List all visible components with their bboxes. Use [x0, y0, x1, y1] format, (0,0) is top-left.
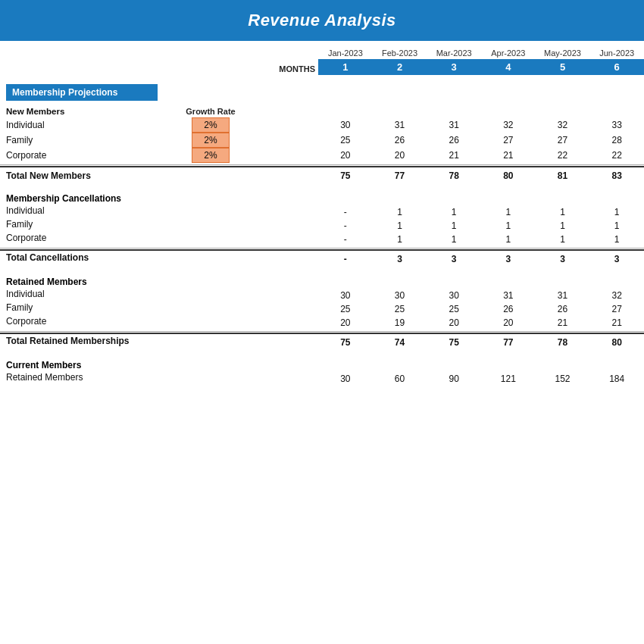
month-name-5: May-2023 — [536, 48, 590, 58]
growth-rate-label: Growth Rate — [173, 107, 249, 116]
retained-ind-m2: 30 — [373, 289, 427, 302]
individual-new-m3: 31 — [427, 118, 481, 132]
family-growth-badge: 2% — [192, 133, 230, 148]
retained-fam-m5: 26 — [536, 302, 590, 316]
retained-fam-m4: 26 — [481, 302, 536, 316]
retained-ind-m4: 31 — [481, 289, 536, 302]
total-new-m1: 75 — [318, 169, 373, 183]
corporate-new-m4: 21 — [481, 148, 536, 162]
months-header: Jan-2023 1 Feb-2023 2 Mar-2023 3 Apr-202… — [318, 48, 644, 75]
family-new-m2: 26 — [373, 133, 427, 147]
month-name-3: Mar-2023 — [427, 48, 481, 58]
corporate-new-m1: 20 — [318, 148, 373, 162]
retained-corp-m1: 20 — [318, 316, 373, 330]
individual-new-m5: 32 — [536, 118, 590, 132]
cancel-corporate-label: Corporate — [6, 231, 46, 245]
total-new-m4: 80 — [481, 169, 536, 183]
cancel-ind-m5: 1 — [536, 205, 590, 219]
total-cancellations-label: Total Cancellations — [6, 251, 89, 264]
retained-corp-m3: 20 — [427, 316, 481, 330]
new-members-label: New Members — [6, 105, 173, 117]
individual-new-m6: 33 — [589, 118, 644, 132]
total-cancel-m3: 3 — [427, 252, 481, 266]
retained-fam-m3: 25 — [427, 302, 481, 316]
retained-ind-m1: 30 — [318, 289, 373, 302]
family-growth-cell: 2% — [173, 133, 249, 148]
current-retained-m5: 152 — [536, 372, 590, 386]
total-new-m5: 81 — [536, 169, 590, 183]
month-col-3: Mar-2023 3 — [427, 48, 481, 75]
current-retained-m2: 60 — [373, 372, 427, 386]
cancel-corp-m3: 1 — [427, 233, 481, 246]
individual-growth-badge: 2% — [192, 117, 230, 133]
retained-ind-m6: 32 — [589, 289, 644, 302]
individual-new-m2: 31 — [373, 118, 427, 132]
total-cancel-m6: 3 — [589, 252, 644, 266]
total-new-m6: 83 — [589, 169, 644, 183]
retained-ind-m5: 31 — [536, 289, 590, 302]
cancel-individual-label: Individual — [6, 204, 45, 217]
cancel-ind-m2: 1 — [373, 205, 427, 219]
current-retained-m3: 90 — [427, 372, 481, 386]
cancel-fam-m4: 1 — [481, 219, 536, 233]
total-new-m3: 78 — [427, 169, 481, 183]
month-num-4: 4 — [505, 61, 511, 73]
total-retained-m6: 80 — [589, 336, 644, 349]
month-name-1: Jan-2023 — [318, 48, 373, 58]
retained-corporate-label: Corporate — [6, 314, 46, 328]
cancel-corp-m1: - — [318, 233, 373, 246]
month-name-2: Feb-2023 — [373, 48, 427, 58]
retained-corp-m5: 21 — [536, 316, 590, 330]
month-num-1: 1 — [342, 61, 348, 73]
cancel-fam-m2: 1 — [373, 219, 427, 233]
total-cancel-m5: 3 — [536, 252, 590, 266]
family-label-new: Family — [6, 133, 173, 147]
total-cancel-m1: - — [318, 252, 373, 266]
corporate-new-m5: 22 — [536, 148, 590, 162]
total-retained-m5: 78 — [536, 336, 590, 349]
retained-fam-m6: 27 — [589, 302, 644, 316]
individual-growth-cell: 2% — [173, 117, 249, 133]
cancel-fam-m3: 1 — [427, 219, 481, 233]
corporate-growth-cell: 2% — [173, 148, 249, 163]
total-new-m2: 77 — [373, 169, 427, 183]
title-bar: Revenue Analysis — [0, 0, 644, 41]
cancel-fam-m6: 1 — [589, 219, 644, 233]
total-retained-m4: 77 — [481, 336, 536, 349]
current-retained-label: Retained Members — [6, 370, 83, 384]
cancel-corp-m6: 1 — [589, 233, 644, 246]
family-new-m1: 25 — [318, 133, 373, 147]
total-cancel-m2: 3 — [373, 252, 427, 266]
retained-corp-m4: 20 — [481, 316, 536, 330]
cancel-fam-m1: - — [318, 219, 373, 233]
total-new-members-label: Total New Members — [6, 169, 173, 183]
corporate-new-m3: 21 — [427, 148, 481, 162]
membership-projections-header: Membership Projections — [6, 84, 158, 101]
month-num-5: 5 — [560, 61, 565, 73]
individual-new-m4: 32 — [481, 118, 536, 132]
current-retained-m1: 30 — [318, 372, 373, 386]
cancel-corp-m2: 1 — [373, 233, 427, 246]
page-container: Revenue Analysis MONTHS Jan-2023 1 Feb-2… — [0, 0, 644, 386]
page-title: Revenue Analysis — [0, 11, 644, 30]
cancel-ind-m4: 1 — [481, 205, 536, 219]
month-col-6: Jun-2023 6 — [589, 48, 644, 75]
cancel-corp-m4: 1 — [481, 233, 536, 246]
month-col-5: May-2023 5 — [536, 48, 590, 75]
month-name-4: Apr-2023 — [481, 48, 536, 58]
month-num-3: 3 — [452, 61, 457, 73]
retained-individual-label: Individual — [6, 287, 45, 301]
current-retained-m4: 121 — [481, 372, 536, 386]
family-new-m5: 27 — [536, 133, 590, 147]
month-col-4: Apr-2023 4 — [481, 48, 536, 75]
retained-fam-m1: 25 — [318, 302, 373, 316]
left-header-spacer: MONTHS — [0, 48, 318, 75]
month-col-2: Feb-2023 2 — [373, 48, 427, 75]
cancel-ind-m3: 1 — [427, 205, 481, 219]
current-retained-m6: 184 — [589, 372, 644, 386]
total-retained-label: Total Retained Memberships — [6, 334, 129, 348]
retained-family-label: Family — [6, 301, 33, 314]
cancel-ind-m1: - — [318, 205, 373, 219]
retained-fam-m2: 25 — [373, 302, 427, 316]
corporate-growth-badge: 2% — [192, 148, 230, 163]
